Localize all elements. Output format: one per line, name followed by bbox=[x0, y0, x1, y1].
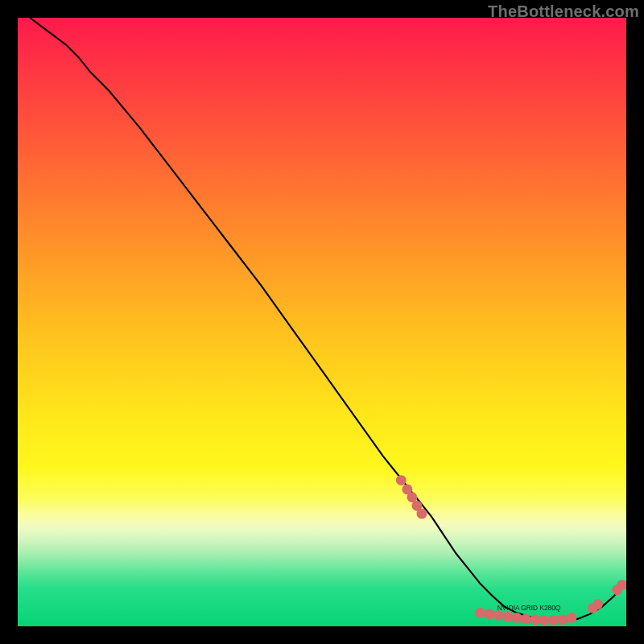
data-marker bbox=[567, 613, 577, 623]
data-marker bbox=[592, 599, 603, 609]
marker-group bbox=[396, 475, 626, 625]
data-marker bbox=[502, 611, 513, 621]
data-marker bbox=[557, 614, 568, 625]
plot-area: NVIDIA GRID K280Q bbox=[18, 18, 626, 626]
data-marker bbox=[539, 615, 550, 625]
data-marker bbox=[417, 509, 427, 519]
chart-stage: NVIDIA GRID K280Q TheBottleneck.com bbox=[0, 0, 644, 644]
data-marker bbox=[396, 475, 407, 485]
chart-overlay: NVIDIA GRID K280Q bbox=[18, 18, 626, 626]
data-marker bbox=[511, 613, 522, 623]
curve-line bbox=[30, 18, 626, 620]
data-marker bbox=[484, 609, 494, 619]
data-marker bbox=[475, 608, 485, 618]
tiny-annotation-label: NVIDIA GRID K280Q bbox=[497, 604, 561, 612]
data-marker bbox=[548, 615, 559, 625]
data-marker bbox=[521, 614, 531, 625]
watermark-text: TheBottleneck.com bbox=[488, 2, 639, 21]
data-marker bbox=[530, 614, 540, 625]
